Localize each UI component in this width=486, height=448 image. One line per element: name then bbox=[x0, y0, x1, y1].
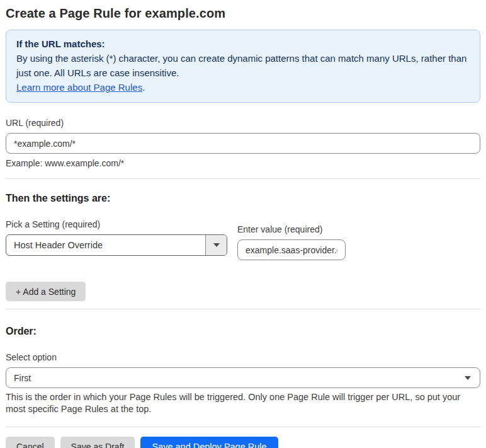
link-period: . bbox=[142, 82, 145, 93]
create-page-rule-form: Create a Page Rule for example.com If th… bbox=[0, 0, 486, 448]
setting-value-input[interactable] bbox=[237, 239, 346, 260]
order-select[interactable]: First bbox=[6, 367, 480, 388]
divider bbox=[6, 178, 480, 179]
pick-setting-column: Pick a Setting (required) Host Header Ov… bbox=[6, 219, 227, 256]
pick-setting-selected-value: Host Header Override bbox=[6, 235, 205, 255]
settings-section-heading: Then the settings are: bbox=[6, 193, 480, 204]
dropdown-arrow-icon bbox=[465, 376, 471, 380]
order-select-label: Select option bbox=[6, 352, 480, 362]
setting-row: Pick a Setting (required) Host Header Ov… bbox=[6, 219, 480, 260]
divider bbox=[6, 427, 480, 427]
select-arrow-button[interactable] bbox=[205, 235, 227, 255]
add-setting-button[interactable]: + Add a Setting bbox=[6, 282, 86, 301]
info-callout-link-line: Learn more about Page Rules. bbox=[16, 80, 470, 95]
pick-setting-select[interactable]: Host Header Override bbox=[6, 234, 227, 256]
info-callout-heading: If the URL matches: bbox=[16, 37, 470, 51]
cancel-button[interactable]: Cancel bbox=[6, 437, 55, 448]
learn-more-link[interactable]: Learn more about Page Rules bbox=[16, 82, 142, 93]
order-helper-text: This is the order in which your Page Rul… bbox=[6, 391, 480, 415]
dropdown-arrow-icon bbox=[213, 243, 220, 247]
url-field-label: URL (required) bbox=[6, 118, 480, 128]
enter-value-label: Enter value (required) bbox=[237, 224, 346, 234]
url-input[interactable] bbox=[6, 133, 480, 154]
order-selected-value: First bbox=[14, 373, 31, 383]
enter-value-column: Enter value (required) bbox=[237, 224, 346, 260]
page-title: Create a Page Rule for example.com bbox=[6, 6, 480, 21]
save-and-deploy-button[interactable]: Save and Deploy Page Rule bbox=[140, 437, 278, 448]
footer-actions: Cancel Save as Draft Save and Deploy Pag… bbox=[6, 437, 480, 448]
url-example-helper: Example: www.example.com/* bbox=[6, 158, 480, 168]
order-section-heading: Order: bbox=[6, 326, 480, 337]
pick-setting-label: Pick a Setting (required) bbox=[6, 219, 227, 229]
info-callout-body: By using the asterisk (*) character, you… bbox=[16, 51, 470, 80]
divider bbox=[6, 309, 480, 309]
save-as-draft-button[interactable]: Save as Draft bbox=[60, 437, 135, 448]
url-match-info-callout: If the URL matches: By using the asteris… bbox=[6, 30, 480, 103]
